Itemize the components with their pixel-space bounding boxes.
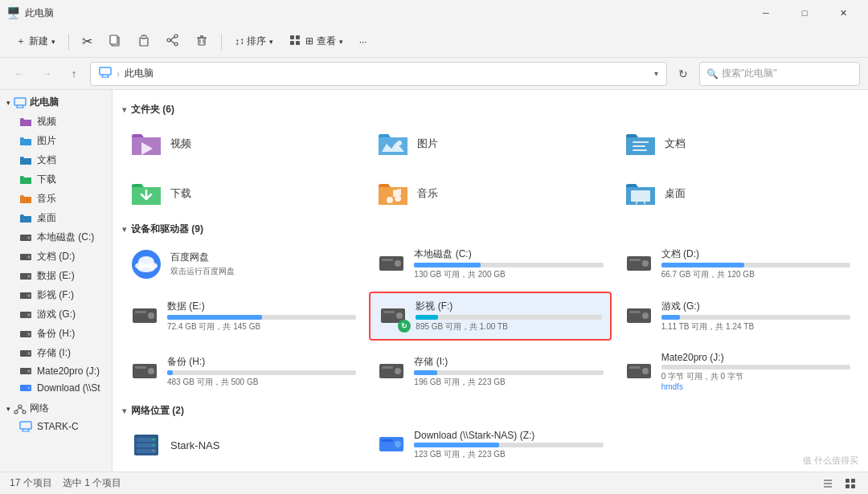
forward-button[interactable]: → [35, 63, 58, 85]
paste-button[interactable] [131, 31, 157, 52]
search-box[interactable]: 🔍 搜索"此电脑" [699, 62, 860, 86]
network-header-text: 网络位置 (2) [131, 404, 184, 418]
folder-music[interactable]: 音乐 [369, 171, 611, 216]
minimize-button[interactable]: ─ [747, 0, 784, 26]
sidebar-item-drive-g[interactable]: 游戏 (G:) [3, 305, 108, 324]
sidebar-item-drive-d[interactable]: 文档 (D:) [3, 247, 108, 266]
folder-docs[interactable]: 文档 [616, 121, 858, 166]
new-chevron-icon: ▾ [51, 38, 55, 46]
sidebar-item-music[interactable]: 音乐 [3, 190, 108, 208]
folders-section-header: ▾ 文件夹 (6) [122, 103, 858, 116]
title-bar-computer-icon: 🖥️ [6, 6, 20, 19]
drive-i[interactable]: 存储 (I:) 196 GB 可用，共 223 GB [369, 345, 611, 398]
svg-point-42 [27, 369, 31, 373]
copy-button[interactable] [102, 31, 128, 52]
svg-rect-18 [296, 41, 300, 45]
drive-f-bar [416, 315, 438, 320]
share-button[interactable] [160, 31, 186, 52]
address-box[interactable]: › 此电脑 ▾ [90, 62, 667, 86]
baidu-netdisk[interactable]: 百度网盘 双击运行百度网盘 [122, 241, 364, 287]
svg-line-49 [20, 408, 24, 410]
svg-rect-80 [383, 311, 395, 313]
drive-j-bar-wrap [661, 365, 850, 369]
svg-point-88 [395, 368, 401, 374]
svg-point-40 [27, 352, 31, 355]
svg-point-79 [396, 312, 403, 319]
drive-e-info: 数据 (E:) 72.4 GB 可用，共 145 GB [167, 300, 356, 333]
svg-point-7 [167, 39, 170, 42]
drive-z-bar [414, 443, 499, 447]
sidebar-item-downloads[interactable]: 下载 [3, 170, 108, 189]
svg-point-85 [148, 368, 154, 374]
view-icon [289, 35, 301, 48]
up-button[interactable]: ↑ [63, 63, 85, 85]
svg-rect-83 [629, 311, 641, 313]
sidebar-item-drive-f[interactable]: 影视 (F:) [3, 286, 108, 304]
sidebar-item-drive-i[interactable]: 存储 (I:) [3, 344, 108, 362]
drive-h-info: 备份 (H:) 483 GB 可用，共 500 GB [167, 355, 356, 388]
drive-z[interactable]: Download (\\Stark-NAS) (Z:) 123 GB 可用，共 … [369, 423, 611, 467]
sidebar-item-download-nas[interactable]: Download (\\St [3, 380, 108, 396]
sidebar-item-stark-c[interactable]: STARK-C [3, 418, 108, 435]
sidebar-item-drive-j[interactable]: Mate20pro (J:) [3, 363, 108, 379]
desktop-folder-icon [19, 213, 32, 224]
drive-f[interactable]: ↻ 影视 (F:) 895 GB 可用，共 1.00 TB [369, 292, 611, 341]
drive-f-info: 影视 (F:) 895 GB 可用，共 1.00 TB [416, 300, 601, 333]
drive-g[interactable]: 游戏 (G:) 1.11 TB 可用，共 1.24 TB [616, 292, 858, 341]
network-grid: Stark-NAS Download (\\Stark-NAS) (Z:) 12… [122, 423, 858, 467]
drive-f-bar-wrap [416, 315, 601, 320]
drive-c[interactable]: 本地磁盘 (C:) 130 GB 可用，共 200 GB [369, 241, 611, 287]
sidebar-item-video[interactable]: 视频 [3, 112, 108, 131]
list-view-button[interactable] [820, 476, 836, 492]
video-folder-icon-wrap [130, 128, 162, 160]
svg-rect-61 [631, 190, 650, 202]
folder-pics[interactable]: 图片 [369, 121, 611, 166]
grid-view-button[interactable] [842, 476, 858, 492]
maximize-button[interactable]: □ [786, 0, 823, 26]
sidebar-item-drive-h[interactable]: 备份 (H:) [3, 325, 108, 343]
baidu-icon [131, 249, 162, 280]
stark-nas[interactable]: Stark-NAS [122, 423, 364, 467]
cut-icon: ✂ [82, 34, 92, 49]
delete-button[interactable] [189, 31, 215, 52]
drive-g-info: 游戏 (G:) 1.11 TB 可用，共 1.24 TB [661, 300, 850, 333]
drive-g-icon-wrap [624, 302, 653, 331]
folder-video[interactable]: 视频 [122, 121, 364, 166]
drive-e[interactable]: 数据 (E:) 72.4 GB 可用，共 145 GB [122, 292, 364, 341]
cut-button[interactable]: ✂ [76, 31, 99, 52]
drive-z-bar-wrap [414, 443, 603, 447]
drive-h[interactable]: 备份 (H:) 483 GB 可用，共 500 GB [122, 345, 364, 398]
view-button[interactable]: ⊞ 查看 ▾ [283, 31, 349, 51]
folder-downloads[interactable]: 下载 [122, 171, 364, 216]
folders-grid: 视频 图片 [122, 121, 858, 216]
sidebar-item-this-pc[interactable]: ▾ 此电脑 [0, 93, 112, 112]
drive-f-meta: 895 GB 可用，共 1.00 TB [416, 321, 601, 333]
sidebar-item-pics[interactable]: 图片 [3, 132, 108, 150]
sidebar-item-docs[interactable]: 文档 [3, 151, 108, 169]
drive-f-name: 影视 (F:) [416, 300, 601, 313]
sidebar-item-desktop[interactable]: 桌面 [3, 209, 108, 227]
svg-point-32 [27, 275, 31, 278]
more-button[interactable]: ··· [353, 33, 374, 51]
drive-c-icon-large [379, 253, 404, 276]
drive-j-info: Mate20pro (J:) 0 字节 可用，共 0 字节 hmdfs [661, 352, 850, 391]
sort-button[interactable]: ↕ ↕ 排序 ▾ [228, 31, 280, 51]
drive-j[interactable]: Mate20pro (J:) 0 字节 可用，共 0 字节 hmdfs [616, 345, 858, 398]
refresh-button[interactable]: ↻ [672, 63, 694, 85]
svg-rect-102 [382, 439, 393, 442]
sidebar-item-network[interactable]: ▾ 网络 [0, 399, 112, 418]
svg-point-73 [642, 260, 649, 267]
sidebar-item-drive-e[interactable]: 数据 (E:) [3, 267, 108, 285]
sidebar-item-drive-c[interactable]: 本地磁盘 (C:) [3, 228, 108, 247]
address-dropdown-icon[interactable]: ▾ [654, 69, 658, 78]
new-button[interactable]: ＋ 新建 ▾ [10, 31, 62, 51]
svg-rect-106 [845, 479, 850, 483]
pics-folder-icon-wrap [377, 128, 409, 160]
drive-c-icon-wrap [377, 250, 406, 279]
close-button[interactable]: ✕ [825, 0, 862, 26]
drive-d[interactable]: 文档 (D:) 66.7 GB 可用，共 120 GB [616, 241, 858, 287]
svg-rect-71 [382, 259, 393, 261]
back-button[interactable]: ← [8, 63, 31, 85]
folder-desktop[interactable]: 桌面 [616, 171, 858, 216]
drive-i-icon-large [379, 361, 404, 383]
